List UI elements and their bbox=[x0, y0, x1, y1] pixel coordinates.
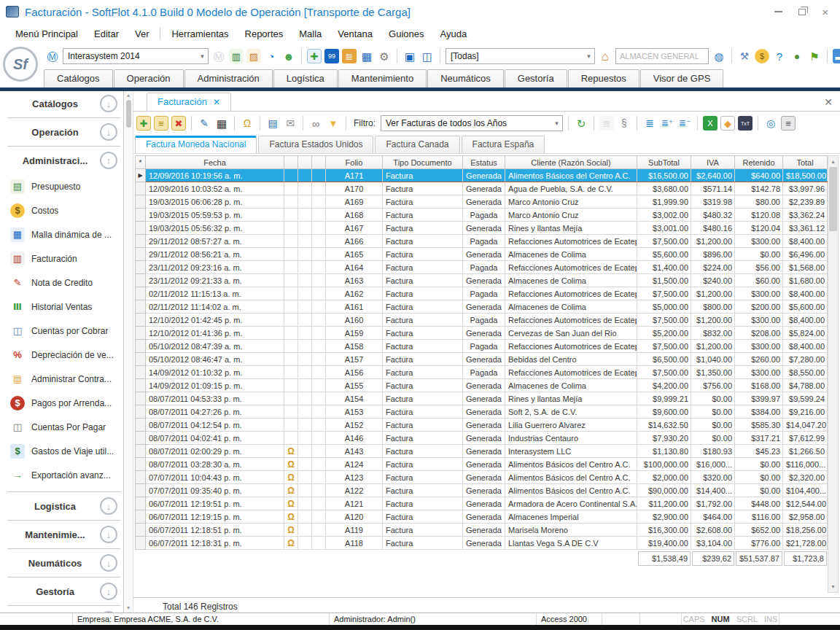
cell-cliente[interactable]: Cervezas de San Juan del Rio bbox=[505, 327, 637, 340]
cell-retenido[interactable]: $317.21 bbox=[735, 432, 783, 445]
cell-folio[interactable]: A167 bbox=[326, 222, 383, 235]
cell-folio[interactable]: A159 bbox=[326, 327, 383, 340]
cell-estatus[interactable]: Generada bbox=[463, 471, 505, 484]
cell-fecha[interactable]: 02/11/2012 11:14:02 a. m. bbox=[146, 300, 284, 314]
cell-c2[interactable] bbox=[298, 510, 312, 524]
module-tab-logistica[interactable]: Logística bbox=[273, 69, 338, 88]
cell-tipo[interactable]: Factura bbox=[383, 274, 463, 287]
cell-folio[interactable]: A122 bbox=[326, 484, 383, 497]
cell-retenido[interactable]: $200.00 bbox=[735, 300, 783, 314]
cell-c1[interactable] bbox=[284, 419, 298, 432]
cell-cliente[interactable]: Marco Antonio Cruz bbox=[505, 195, 637, 209]
cell-c2[interactable] bbox=[298, 209, 312, 222]
image-icon[interactable]: ▨ bbox=[246, 49, 261, 63]
cell-total[interactable]: $116,000... bbox=[783, 458, 828, 471]
cell-iva[interactable]: $571.14 bbox=[691, 182, 735, 195]
cell-c1[interactable]: Ω bbox=[284, 497, 298, 510]
cell-total[interactable]: $5,824.00 bbox=[783, 327, 828, 340]
cell-c3[interactable] bbox=[312, 484, 326, 497]
chat-bubble-icon[interactable]: ▬ bbox=[833, 49, 840, 63]
cell-c3[interactable] bbox=[312, 340, 326, 353]
column-header-cliente[interactable]: Cliente (Razón Social) bbox=[505, 156, 637, 169]
cell-fecha[interactable]: 23/11/2012 09:21:33 a. m. bbox=[146, 274, 284, 287]
cell-c2[interactable] bbox=[298, 419, 312, 432]
cell-total[interactable]: $9,599.24 bbox=[783, 392, 828, 405]
cell-c2[interactable] bbox=[298, 484, 312, 497]
module-m-disabled-icon[interactable]: Ⓜ bbox=[211, 49, 226, 63]
cell-c1[interactable]: Ω bbox=[284, 510, 298, 524]
scroll-down-icon[interactable]: ▼ bbox=[126, 605, 131, 611]
sidebar-item-pagos-por-arrenda[interactable]: $Pagos por Arrenda... bbox=[0, 391, 123, 415]
cell-c1[interactable]: Ω bbox=[284, 484, 298, 497]
cell-c3[interactable] bbox=[312, 524, 326, 537]
cell-iva[interactable]: $1,200.00 bbox=[691, 235, 735, 248]
cell-cliente[interactable]: Llantas Vega S.A DE C.V bbox=[505, 537, 637, 550]
cell-tipo[interactable]: Factura bbox=[383, 248, 463, 261]
cell-fecha[interactable]: 19/03/2015 06:06:28 p. m. bbox=[146, 195, 284, 209]
cell-total[interactable]: $21,728.00 bbox=[783, 537, 828, 550]
cell-c3[interactable] bbox=[312, 392, 326, 405]
cell-fecha[interactable]: 14/09/2012 01:10:32 p. m. bbox=[146, 366, 284, 379]
cell-tipo[interactable]: Factura bbox=[383, 405, 463, 419]
cell-cliente[interactable]: Alimentos Básicos del Centro A.C. bbox=[505, 458, 637, 471]
cell-subtotal[interactable]: $16,500.00 bbox=[637, 169, 691, 182]
cell-c1[interactable] bbox=[284, 327, 298, 340]
table-row[interactable]: 06/07/2011 12:18:51 p. m.ΩA119FacturaGen… bbox=[136, 524, 828, 537]
column-header-retenido[interactable]: Retenido bbox=[735, 156, 783, 169]
cell-folio[interactable]: A162 bbox=[326, 287, 383, 300]
table-row[interactable]: 06/07/2011 12:19:15 p. m.ΩA120FacturaGen… bbox=[136, 510, 828, 524]
cell-c1[interactable] bbox=[284, 353, 298, 366]
cell-cliente[interactable]: Marisela Moreno bbox=[505, 524, 637, 537]
cell-subtotal[interactable]: $7,930.20 bbox=[637, 432, 691, 445]
sidebar-section-logistica[interactable]: Logistica↓ bbox=[0, 494, 123, 518]
cell-fecha[interactable]: 08/07/2011 04:12:54 p. m. bbox=[146, 419, 284, 432]
cell-estatus[interactable]: Generada bbox=[463, 537, 505, 550]
cell-tipo[interactable]: Factura bbox=[383, 182, 463, 195]
cell-subtotal[interactable]: $2,000.00 bbox=[637, 471, 691, 484]
cell-c1[interactable] bbox=[284, 314, 298, 327]
sidebar-section-mantenimie[interactable]: Mantenimie...↓ bbox=[0, 522, 123, 547]
cell-estatus[interactable]: Generada bbox=[463, 432, 505, 445]
cell-fecha[interactable]: 19/03/2015 05:56:32 p. m. bbox=[146, 222, 284, 235]
tools-search-icon[interactable]: ⚒ bbox=[737, 49, 752, 63]
cell-c3[interactable] bbox=[312, 366, 326, 379]
cell-tipo[interactable]: Factura bbox=[383, 195, 463, 209]
cell-retenido[interactable]: $0.00 bbox=[735, 471, 783, 484]
cell-iva[interactable]: $0.00 bbox=[691, 432, 735, 445]
cell-subtotal[interactable]: $9,600.00 bbox=[637, 405, 691, 419]
cell-c2[interactable] bbox=[298, 445, 312, 458]
window-switch-icon[interactable]: ◫ bbox=[420, 49, 435, 63]
cell-total[interactable]: $1,568.00 bbox=[783, 261, 828, 274]
table-row[interactable]: 06/07/2011 12:19:51 p. m.ΩA121FacturaGen… bbox=[136, 497, 828, 510]
cell-retenido[interactable]: $300.00 bbox=[735, 287, 783, 300]
cell-folio[interactable]: A157 bbox=[326, 353, 383, 366]
cell-folio[interactable]: A160 bbox=[326, 314, 383, 327]
cell-iva[interactable]: $1,200.00 bbox=[691, 287, 735, 300]
cell-subtotal[interactable]: $90,000.00 bbox=[637, 484, 691, 497]
cell-c2[interactable] bbox=[298, 287, 312, 300]
cell-estatus[interactable]: Generada bbox=[463, 300, 505, 314]
cell-folio[interactable]: A170 bbox=[326, 182, 383, 195]
table-row[interactable]: 29/11/2012 08:57:27 a. m.A166FacturaPaga… bbox=[136, 235, 828, 248]
cell-retenido[interactable]: $208.00 bbox=[735, 327, 783, 340]
cell-cliente[interactable]: Almacenes de Colima bbox=[505, 379, 637, 392]
cell-fecha[interactable]: 08/07/2011 04:53:33 p. m. bbox=[146, 392, 284, 405]
cell-estatus[interactable]: Generada bbox=[463, 195, 505, 209]
cell-tipo[interactable]: Factura bbox=[383, 510, 463, 524]
cell-estatus[interactable]: Generada bbox=[463, 182, 505, 195]
cell-total[interactable]: $12,544.00 bbox=[783, 497, 828, 510]
cell-retenido[interactable]: $448.00 bbox=[735, 497, 783, 510]
cell-iva[interactable]: $800.00 bbox=[691, 300, 735, 314]
cell-cliente[interactable]: Refacciones Automotrices de Ecatepec bbox=[505, 261, 637, 274]
cell-c3[interactable] bbox=[312, 209, 326, 222]
cell-fecha[interactable]: 29/11/2012 08:57:27 a. m. bbox=[146, 235, 284, 248]
cell-c2[interactable] bbox=[298, 261, 312, 274]
table-row[interactable]: 08/07/2011 04:02:41 p. m.A146FacturaGene… bbox=[136, 432, 828, 445]
cell-cliente[interactable]: Almacenes de Colima bbox=[505, 300, 637, 314]
cell-fecha[interactable]: 12/10/2012 01:41:36 p. m. bbox=[146, 327, 284, 340]
cell-c2[interactable] bbox=[298, 274, 312, 287]
cell-subtotal[interactable]: $11,200.00 bbox=[637, 497, 691, 510]
cell-tipo[interactable]: Factura bbox=[383, 222, 463, 235]
home-icon[interactable]: ⌂ bbox=[598, 49, 612, 63]
cell-retenido[interactable]: $45.23 bbox=[735, 445, 783, 458]
